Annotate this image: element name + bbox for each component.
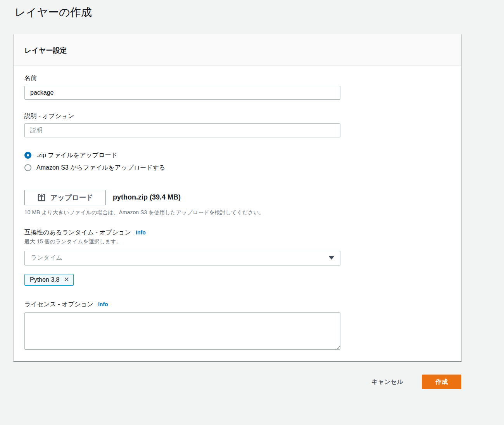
uploaded-file-info: python.zip (39.4 MB) bbox=[113, 193, 181, 201]
radio-selected-icon bbox=[24, 152, 31, 159]
runtimes-label-row: 互換性のあるランタイム - オプション Info bbox=[24, 229, 450, 236]
token-remove-icon[interactable]: ✕ bbox=[64, 276, 69, 283]
runtimes-field: 互換性のあるランタイム - オプション Info 最大 15 個のランタイムを選… bbox=[24, 229, 450, 286]
description-label: 説明 - オプション bbox=[24, 112, 450, 120]
page-title: レイヤーの作成 bbox=[15, 5, 461, 19]
radio-option-s3-upload[interactable]: Amazon S3 からファイルをアップロードする bbox=[24, 164, 450, 172]
runtime-token: Python 3.8 ✕ bbox=[24, 274, 74, 286]
panel-body: 名前 説明 - オプション .zip ファイルをアップロード Amazon S3… bbox=[14, 66, 461, 361]
radio-option-label: .zip ファイルをアップロード bbox=[36, 151, 117, 160]
name-label: 名前 bbox=[24, 74, 450, 82]
license-field: ライセンス - オプション Info bbox=[24, 300, 450, 350]
upload-icon bbox=[37, 193, 46, 202]
runtime-select[interactable]: ランタイム bbox=[24, 251, 340, 265]
description-input[interactable] bbox=[24, 123, 340, 137]
layer-settings-panel: レイヤー設定 名前 説明 - オプション .zip ファイルをアップロード Am… bbox=[14, 34, 461, 361]
runtimes-label: 互換性のあるランタイム - オプション bbox=[24, 229, 131, 236]
description-field: 説明 - オプション bbox=[24, 112, 450, 137]
runtime-token-label: Python 3.8 bbox=[30, 276, 60, 283]
license-info-link[interactable]: Info bbox=[98, 301, 108, 307]
upload-source-radio-group: .zip ファイルをアップロード Amazon S3 からファイルをアップロード… bbox=[24, 151, 450, 172]
runtimes-description: 最大 15 個のランタイムを選択します。 bbox=[24, 238, 450, 245]
upload-hint: 10 MB より大きいファイルの場合は、Amazon S3 を使用したアップロー… bbox=[24, 209, 450, 216]
upload-button[interactable]: アップロード bbox=[24, 190, 106, 205]
page: レイヤーの作成 レイヤー設定 名前 説明 - オプション .zip ファイルをア… bbox=[0, 0, 504, 405]
name-input[interactable] bbox=[24, 86, 340, 100]
upload-row: アップロード python.zip (39.4 MB) bbox=[24, 190, 450, 205]
create-button[interactable]: 作成 bbox=[422, 375, 461, 389]
radio-option-zip-upload[interactable]: .zip ファイルをアップロード bbox=[24, 151, 450, 160]
license-textarea[interactable] bbox=[24, 312, 340, 350]
runtimes-info-link[interactable]: Info bbox=[136, 229, 146, 236]
form-footer: キャンセル 作成 bbox=[14, 375, 461, 389]
license-label-row: ライセンス - オプション Info bbox=[24, 300, 450, 308]
panel-header: レイヤー設定 bbox=[14, 34, 461, 66]
radio-option-label: Amazon S3 からファイルをアップロードする bbox=[36, 164, 165, 172]
radio-unselected-icon bbox=[24, 164, 31, 171]
upload-button-label: アップロード bbox=[50, 193, 93, 202]
license-label: ライセンス - オプション bbox=[24, 300, 93, 308]
name-field: 名前 bbox=[24, 74, 450, 99]
runtime-select-placeholder: ランタイム bbox=[31, 254, 62, 262]
cancel-button[interactable]: キャンセル bbox=[371, 378, 403, 386]
caret-down-icon bbox=[329, 256, 334, 260]
